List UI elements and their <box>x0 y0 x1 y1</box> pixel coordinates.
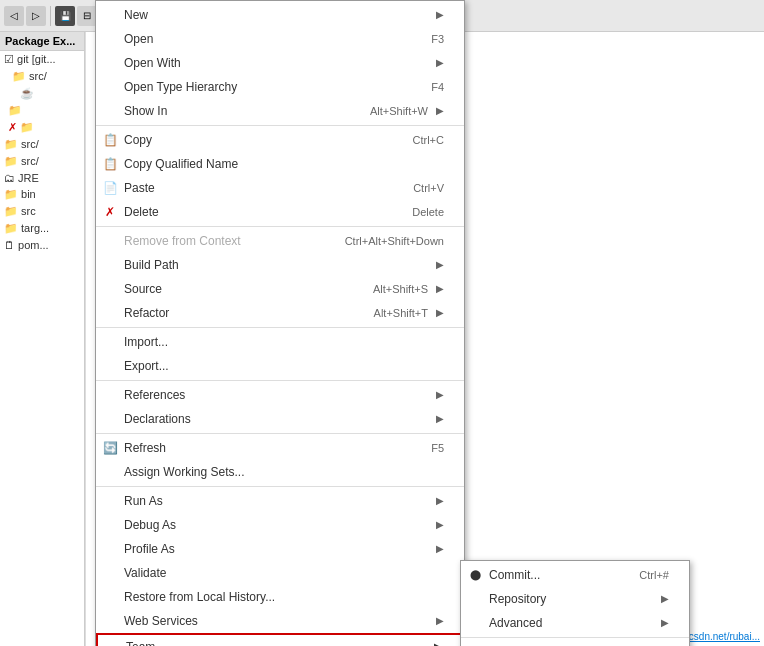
menu-item-new[interactable]: New ▶ <box>96 3 464 27</box>
menu-item-references[interactable]: References ▶ <box>96 383 464 407</box>
tree-item-targ[interactable]: 📁 targ... <box>0 220 84 237</box>
menu-item-refresh[interactable]: 🔄 Refresh F5 <box>96 436 464 460</box>
menu-item-validate[interactable]: Validate <box>96 561 464 585</box>
separator-5 <box>96 433 464 434</box>
tree-item-class[interactable]: ☕ <box>0 85 84 102</box>
submenu-item-advanced[interactable]: Advanced ▶ <box>461 611 689 635</box>
team-submenu: ⬤ Commit... Ctrl+# Repository ▶ Advanced… <box>460 560 690 646</box>
package-explorer-title: Package Ex... <box>0 32 84 51</box>
separator-3 <box>96 327 464 328</box>
menu-item-refactor[interactable]: Refactor Alt+Shift+T▶ <box>96 301 464 325</box>
commit-icon: ⬤ <box>467 567 483 583</box>
tree-item-src6[interactable]: 📁 src <box>0 203 84 220</box>
menu-item-remove-context: Remove from Context Ctrl+Alt+Shift+Down <box>96 229 464 253</box>
menu-item-open[interactable]: Open F3 <box>96 27 464 51</box>
refresh-icon: 🔄 <box>102 440 118 456</box>
menu-item-import[interactable]: Import... <box>96 330 464 354</box>
menu-item-copy[interactable]: 📋 Copy Ctrl+C <box>96 128 464 152</box>
submenu-item-repository[interactable]: Repository ▶ <box>461 587 689 611</box>
tree-item-src3[interactable]: ✗ 📁 <box>0 119 84 136</box>
menu-item-source[interactable]: Source Alt+Shift+S▶ <box>96 277 464 301</box>
toolbar-forward-icon[interactable]: ▷ <box>26 6 46 26</box>
menu-item-restore-local[interactable]: Restore from Local History... <box>96 585 464 609</box>
menu-item-profile-as[interactable]: Profile As ▶ <box>96 537 464 561</box>
toolbar-save-icon[interactable]: 💾 <box>55 6 75 26</box>
toolbar-back-icon[interactable]: ◁ <box>4 6 24 26</box>
submenu-sep-1 <box>461 637 689 638</box>
menu-item-debug-as[interactable]: Debug As ▶ <box>96 513 464 537</box>
menu-item-open-type-hierarchy[interactable]: Open Type Hierarchy F4 <box>96 75 464 99</box>
tree-item-pom[interactable]: 🗒 pom... <box>0 237 84 253</box>
menu-item-build-path[interactable]: Build Path ▶ <box>96 253 464 277</box>
menu-item-export[interactable]: Export... <box>96 354 464 378</box>
tree-item-git[interactable]: ☑ git [git... <box>0 51 84 68</box>
tree-item-bin[interactable]: 📁 bin <box>0 186 84 203</box>
tree-item-jre[interactable]: 🗂 JRE <box>0 170 84 186</box>
menu-item-run-as[interactable]: Run As ▶ <box>96 489 464 513</box>
submenu-item-merge-tool: ⚙ Merge Tool <box>461 640 689 646</box>
separator-6 <box>96 486 464 487</box>
menu-item-delete[interactable]: ✗ Delete Delete <box>96 200 464 224</box>
context-menu: New ▶ Open F3 Open With ▶ Open Type Hier… <box>95 0 465 646</box>
menu-item-team[interactable]: Team ▶ <box>96 633 464 646</box>
package-explorer-panel: Package Ex... ☑ git [git... 📁 src/ ☕ 📁 ✗… <box>0 32 85 646</box>
paste-icon: 📄 <box>102 180 118 196</box>
copy-icon: 📋 <box>102 132 118 148</box>
menu-item-web-services[interactable]: Web Services ▶ <box>96 609 464 633</box>
submenu-item-commit[interactable]: ⬤ Commit... Ctrl+# <box>461 563 689 587</box>
copy-qualified-icon: 📋 <box>102 156 118 172</box>
tree-item-src2[interactable]: 📁 <box>0 102 84 119</box>
menu-item-paste[interactable]: 📄 Paste Ctrl+V <box>96 176 464 200</box>
delete-icon: ✗ <box>102 204 118 220</box>
menu-item-assign-working[interactable]: Assign Working Sets... <box>96 460 464 484</box>
menu-item-open-with[interactable]: Open With ▶ <box>96 51 464 75</box>
separator-2 <box>96 226 464 227</box>
tree-item-src4[interactable]: 📁 src/ <box>0 136 84 153</box>
separator-4 <box>96 380 464 381</box>
toolbar-icon1[interactable]: ⊟ <box>77 6 97 26</box>
menu-item-declarations[interactable]: Declarations ▶ <box>96 407 464 431</box>
menu-item-show-in[interactable]: Show In Alt+Shift+W▶ <box>96 99 464 123</box>
menu-item-copy-qualified[interactable]: 📋 Copy Qualified Name <box>96 152 464 176</box>
tree-item-src1[interactable]: 📁 src/ <box>0 68 84 85</box>
separator-1 <box>96 125 464 126</box>
tree-item-src5[interactable]: 📁 src/ <box>0 153 84 170</box>
